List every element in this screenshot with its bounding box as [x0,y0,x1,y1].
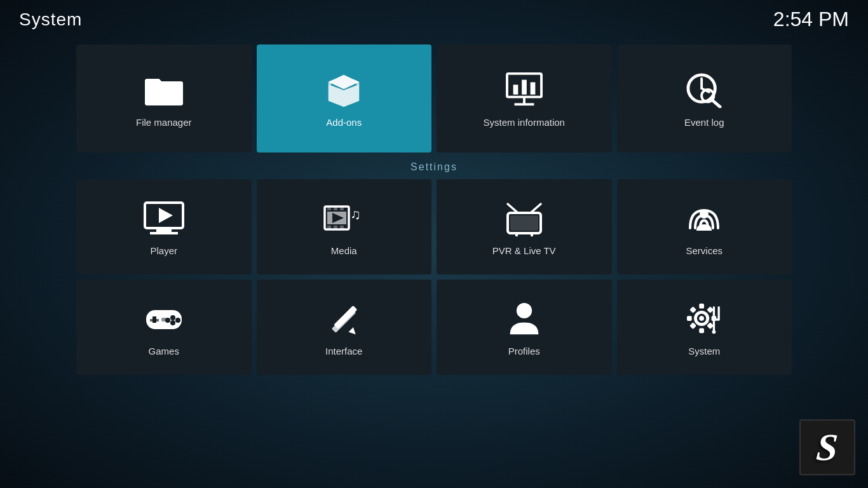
svg-point-56 [700,316,705,321]
svg-point-45 [170,320,175,325]
antenna-tv-icon [501,198,547,239]
svg-line-51 [337,311,338,315]
svg-point-54 [517,303,532,318]
svg-rect-27 [334,226,337,229]
svg-point-39 [700,210,709,219]
main-content: File manager Add-ons [0,38,868,488]
tile-system-information[interactable]: System information [437,44,612,152]
svg-rect-63 [689,322,696,329]
tile-games[interactable]: Games [76,280,252,375]
svg-point-43 [170,315,175,320]
pencil-ruler-icon [321,299,367,339]
settings-grid: Player [76,179,792,375]
svg-rect-21 [150,232,178,234]
svg-rect-10 [530,82,535,94]
tile-media[interactable]: ♫ Media [257,179,432,274]
settings-row-1: Player [76,179,792,274]
tile-player[interactable]: Player [76,179,252,274]
monitor-play-icon [141,198,187,239]
tile-system-settings[interactable]: System [617,280,792,375]
svg-rect-62 [707,306,714,313]
top-row: File manager Add-ons [76,44,792,152]
tile-profiles-label: Profiles [508,346,540,357]
tile-player-label: Player [150,245,177,257]
tile-interface[interactable]: Interface [257,280,432,375]
settings-label: Settings [76,159,792,175]
svg-rect-23 [327,207,331,210]
svg-rect-33 [510,215,538,231]
svg-point-68 [712,330,716,334]
tile-pvr-live-tv[interactable]: PVR & Live TV [437,179,612,274]
svg-rect-42 [150,319,159,322]
svg-line-35 [531,204,541,213]
tile-add-ons-label: Add-ons [326,117,362,128]
svg-point-44 [175,318,180,323]
tile-system-settings-label: System [688,346,720,357]
box-icon [321,70,367,111]
person-icon [501,299,547,339]
broadcast-icon [681,198,727,239]
svg-line-34 [508,204,518,213]
svg-marker-19 [159,208,173,223]
svg-rect-57 [700,304,705,309]
folder-icon [141,70,187,111]
chart-presentation-icon [501,70,547,111]
svg-rect-9 [522,80,527,95]
tile-system-information-label: System information [484,117,565,128]
svg-rect-59 [687,316,692,321]
svg-rect-47 [161,318,166,322]
svg-rect-1 [145,81,183,105]
svg-rect-58 [700,328,705,333]
svg-rect-64 [707,322,714,329]
gear-fork-icon [681,299,727,339]
kodi-logo: S [815,428,840,466]
kodi-badge: S [799,419,855,475]
svg-rect-61 [689,306,696,313]
tile-games-label: Games [149,346,179,357]
tile-event-log[interactable]: Event log [617,44,792,152]
svg-marker-49 [349,327,356,334]
gamepad-icon [141,299,187,339]
top-bar: System 2:54 PM [0,0,868,39]
clock: 2:54 PM [773,8,849,31]
svg-rect-26 [327,226,331,229]
tile-profiles[interactable]: Profiles [437,280,612,375]
settings-section: Settings Player [76,159,792,375]
svg-text:♫: ♫ [350,207,361,222]
clock-search-icon [681,70,727,111]
svg-rect-24 [334,207,337,210]
tile-file-manager[interactable]: File manager [76,44,252,152]
tile-services-label: Services [686,245,722,257]
svg-rect-28 [340,226,344,229]
tile-media-label: Media [331,245,357,257]
svg-rect-25 [340,207,344,210]
tile-interface-label: Interface [325,346,362,357]
tile-add-ons[interactable]: Add-ons [257,44,432,152]
tile-event-log-label: Event log [684,117,724,128]
tile-pvr-live-tv-label: PVR & Live TV [492,245,556,257]
svg-line-52 [342,307,343,311]
tile-services[interactable]: Services [617,179,792,274]
settings-row-2: Games [76,280,792,375]
tile-file-manager-label: File manager [136,117,192,128]
svg-line-53 [346,304,348,308]
film-music-icon: ♫ [321,198,367,239]
app-title: System [19,10,82,30]
svg-rect-8 [513,85,518,94]
